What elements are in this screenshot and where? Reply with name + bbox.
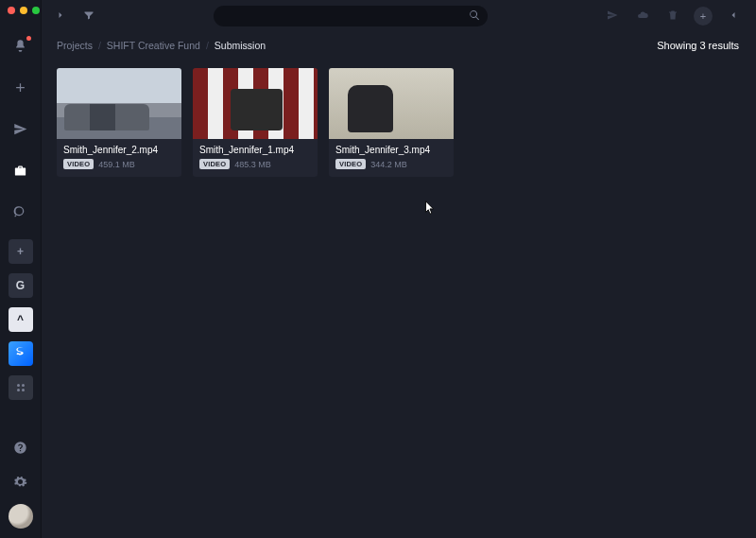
file-name: Smith_Jennifer_1.mp4 bbox=[199, 145, 311, 155]
file-card[interactable]: Smith_Jennifer_1.mp4 VIDEO 485.3 MB bbox=[193, 68, 318, 177]
sidebar-search[interactable] bbox=[9, 200, 33, 225]
file-size: 344.2 MB bbox=[370, 160, 407, 169]
file-type-badge: VIDEO bbox=[199, 159, 230, 169]
file-thumbnail bbox=[193, 68, 318, 139]
gear-icon bbox=[13, 475, 27, 491]
grid-icon bbox=[17, 384, 25, 391]
results-count: Showing 3 results bbox=[657, 40, 739, 51]
breadcrumb: Projects / SHIFT Creative Fund / Submiss… bbox=[57, 40, 266, 51]
file-grid: Smith_Jennifer_2.mp4 VIDEO 459.1 MB Smit… bbox=[42, 59, 756, 186]
briefcase-icon bbox=[13, 164, 27, 180]
file-name: Smith_Jennifer_2.mp4 bbox=[63, 145, 175, 155]
search-icon bbox=[13, 205, 27, 221]
chevron-left-icon bbox=[728, 9, 739, 23]
caret-icon: ^ bbox=[17, 313, 24, 326]
sidebar-projects[interactable] bbox=[9, 159, 33, 183]
share-button[interactable] bbox=[603, 7, 622, 26]
window-close-icon[interactable] bbox=[8, 7, 15, 14]
plus-icon: + bbox=[17, 245, 24, 258]
sidebar-workspace-shift[interactable] bbox=[9, 341, 33, 366]
delete-button[interactable] bbox=[663, 7, 682, 26]
workspace-letter: G bbox=[16, 279, 25, 292]
cloud-icon bbox=[637, 9, 648, 23]
plus-icon: + bbox=[700, 10, 706, 22]
breadcrumb-separator-icon: / bbox=[98, 40, 101, 51]
main-panel: + Projects / SHIFT Creative Fund / Submi… bbox=[42, 0, 756, 538]
sidebar: + G ^ bbox=[0, 0, 42, 538]
help-icon bbox=[13, 441, 27, 457]
nav-forward-button[interactable] bbox=[51, 7, 70, 26]
collapse-right-button[interactable] bbox=[724, 7, 743, 26]
sidebar-settings[interactable] bbox=[9, 470, 33, 495]
breadcrumb-separator-icon: / bbox=[206, 40, 209, 51]
sidebar-send[interactable] bbox=[9, 117, 33, 142]
file-name: Smith_Jennifer_3.mp4 bbox=[335, 145, 447, 155]
file-card[interactable]: Smith_Jennifer_3.mp4 VIDEO 344.2 MB bbox=[329, 68, 454, 177]
compass-icon bbox=[607, 9, 618, 23]
sidebar-workspace-grid[interactable] bbox=[9, 375, 33, 400]
window-controls[interactable] bbox=[8, 7, 40, 14]
topbar: + bbox=[42, 0, 756, 32]
chevron-right-icon bbox=[55, 9, 66, 23]
file-thumbnail bbox=[329, 68, 454, 139]
breadcrumb-projects[interactable]: Projects bbox=[57, 40, 93, 51]
bell-icon bbox=[13, 39, 27, 55]
sidebar-workspace-caret[interactable]: ^ bbox=[9, 307, 33, 332]
filter-button[interactable] bbox=[79, 7, 98, 26]
paper-plane-icon bbox=[13, 122, 27, 138]
file-size: 485.3 MB bbox=[234, 160, 271, 169]
file-type-badge: VIDEO bbox=[63, 159, 94, 169]
file-card[interactable]: Smith_Jennifer_2.mp4 VIDEO 459.1 MB bbox=[57, 68, 181, 177]
window-maximize-icon[interactable] bbox=[32, 7, 40, 14]
plus-icon bbox=[13, 80, 27, 96]
breadcrumb-fund[interactable]: SHIFT Creative Fund bbox=[107, 40, 200, 51]
cloud-button[interactable] bbox=[633, 7, 652, 26]
add-button[interactable]: + bbox=[694, 7, 713, 26]
sidebar-workspace-g[interactable]: G bbox=[9, 273, 33, 298]
user-avatar[interactable] bbox=[9, 504, 33, 529]
sidebar-add-workspace[interactable]: + bbox=[9, 239, 33, 264]
s-logo-icon bbox=[13, 345, 28, 363]
trash-icon bbox=[667, 9, 679, 23]
window-minimize-icon[interactable] bbox=[20, 7, 27, 14]
search-input[interactable] bbox=[214, 6, 488, 26]
file-size: 459.1 MB bbox=[98, 160, 135, 169]
header-row: Projects / SHIFT Creative Fund / Submiss… bbox=[42, 32, 756, 59]
file-type-badge: VIDEO bbox=[335, 159, 366, 169]
sidebar-help[interactable] bbox=[9, 436, 33, 460]
sidebar-add[interactable] bbox=[9, 76, 33, 100]
search-icon bbox=[469, 9, 480, 23]
filter-icon bbox=[83, 9, 94, 23]
breadcrumb-current[interactable]: Submission bbox=[215, 40, 266, 51]
file-thumbnail bbox=[57, 68, 181, 139]
sidebar-notifications[interactable] bbox=[9, 34, 33, 59]
